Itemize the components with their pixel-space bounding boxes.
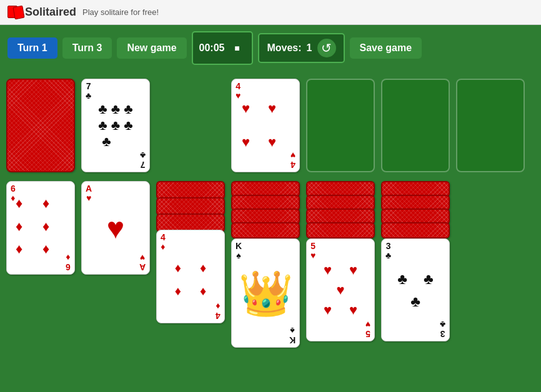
tableau-card-2-0[interactable]: 4♦ ♦♦ ♦♦ 4♦ [156,230,225,323]
game-area: 7♣ ♣ ♣ ♣♣ ♣ ♣ ♣ 7♣ 4♥ ♥♥♥♥ 4♥ [0,71,541,392]
tableau-col-0: 6♦ ♦♦♦♦♦♦ 6♦ [6,181,75,392]
f0-rank-tl: 4♥ [236,82,241,101]
timer-display: 00:05 ■ [192,31,254,65]
app-title: Solitaired [25,6,76,19]
foundation-2[interactable] [381,79,450,172]
tableau-card-3-0[interactable]: K♠ 👑 K♠ [231,238,300,348]
waste-pips: ♣ ♣ ♣♣ ♣ ♣ ♣ [82,79,149,172]
new-game-button[interactable]: New game [117,37,186,59]
logo-icon [7,6,25,19]
timer-value: 00:05 [199,42,225,54]
tableau-card-0-0[interactable]: 6♦ ♦♦♦♦♦♦ 6♦ [6,181,75,275]
waste-rank-tl: 7♣ [86,82,91,101]
tableau-col-5: 3♣ ♣♣ ♣ 3♣ [381,181,450,392]
foundation-3[interactable] [456,79,525,172]
waste-pile[interactable]: 7♣ ♣ ♣ ♣♣ ♣ ♣ ♣ 7♣ [81,79,150,172]
toolbar: Turn 1 Turn 3 New game 00:05 ■ Moves: 1 … [0,25,541,71]
save-game-button[interactable]: Save game [350,37,422,59]
moves-display: Moves: 1 ↺ [258,33,344,63]
waste-rank-br: 7♣ [140,150,146,169]
turn3-button[interactable]: Turn 3 [62,37,112,59]
header: Solitaired Play solitaire for free! [0,0,541,25]
tableau: 6♦ ♦♦♦♦♦♦ 6♦ A♥ ♥ A♥ 4♦ [6,181,535,392]
tableau-card-1-0[interactable]: A♥ ♥ A♥ [81,181,150,275]
f0-pips: ♥♥♥♥ [232,79,299,172]
app-subtitle: Play solitaire for free! [82,7,159,17]
moves-count: 1 [307,42,312,54]
reset-button[interactable]: ↺ [317,39,336,57]
top-row: 7♣ ♣ ♣ ♣♣ ♣ ♣ ♣ 7♣ 4♥ ♥♥♥♥ 4♥ [6,79,535,172]
pause-button[interactable]: ■ [228,37,246,59]
foundation-0[interactable]: 4♥ ♥♥♥♥ 4♥ [231,79,300,172]
stock-pile[interactable] [6,79,75,172]
foundation-1[interactable] [306,79,375,172]
tableau-card-5-0[interactable]: 3♣ ♣♣ ♣ 3♣ [381,238,450,341]
turn1-button[interactable]: Turn 1 [7,37,57,59]
tableau-col-4: 5♥ ♥♥ ♥ ♥♥ 5♥ [306,181,375,392]
moves-label: Moves: [267,42,301,54]
tableau-col-1: A♥ ♥ A♥ [81,181,150,392]
tableau-col-3: K♠ 👑 K♠ [231,181,300,392]
f0-rank-br: 4♥ [290,150,295,169]
tableau-col-2: 4♦ ♦♦ ♦♦ 4♦ [156,181,225,381]
foundation-spacer [156,79,225,172]
tableau-card-4-0[interactable]: 5♥ ♥♥ ♥ ♥♥ 5♥ [306,238,375,341]
